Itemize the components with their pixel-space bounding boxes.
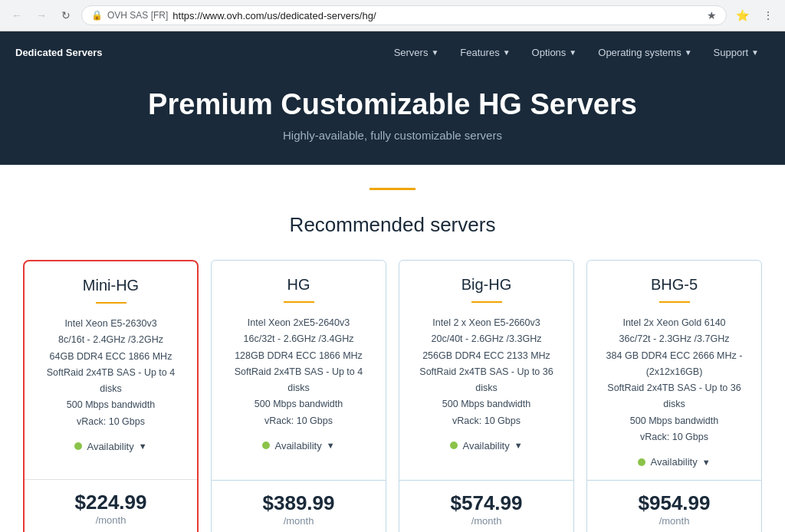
nav-os-label: Operating systems xyxy=(598,47,681,58)
nav-features[interactable]: Features ▼ xyxy=(449,31,521,73)
page-subtitle: Highly-available, fully customizable ser… xyxy=(15,129,770,142)
availability-label: Availability xyxy=(462,440,509,452)
extensions-button[interactable]: ⭐ xyxy=(731,5,753,26)
nav-os[interactable]: Operating systems ▼ xyxy=(587,31,702,73)
nav-servers-label: Servers xyxy=(394,47,429,58)
recommended-title: Recommended servers xyxy=(23,213,762,237)
card-price-section: $954.99 /month xyxy=(587,480,761,532)
card-specs: Intel 2 x Xeon E5-2660v320c/40t - 2.6GHz… xyxy=(412,315,561,429)
chevron-down-icon: ▼ xyxy=(431,48,438,57)
card-divider xyxy=(284,301,314,303)
server-card-big-hg[interactable]: Big-HG Intel 2 x Xeon E5-2660v320c/40t -… xyxy=(399,260,574,532)
card-price: $574.99 xyxy=(412,491,561,515)
card-divider xyxy=(659,301,690,303)
nav-options[interactable]: Options ▼ xyxy=(521,31,588,73)
server-card-mini-hg[interactable]: Mini-HG Intel Xeon E5-2630v38c/16t - 2.4… xyxy=(23,260,199,532)
site-logo: Dedicated Servers xyxy=(15,47,102,58)
decorative-section xyxy=(0,165,785,198)
card-price: $224.99 xyxy=(37,491,185,514)
card-top: Mini-HG Intel Xeon E5-2630v38c/16t - 2.4… xyxy=(25,261,197,479)
nav-features-label: Features xyxy=(460,47,499,58)
availability-dot xyxy=(74,442,82,450)
card-divider xyxy=(471,301,502,303)
card-specs: Intel 2x Xeon Gold 614036c/72t - 2.3GHz … xyxy=(599,315,749,445)
card-top: Big-HG Intel 2 x Xeon E5-2660v320c/40t -… xyxy=(399,261,573,480)
availability-chevron-icon: ▼ xyxy=(139,442,147,451)
availability-dot xyxy=(638,458,645,466)
availability-chevron-icon: ▼ xyxy=(514,441,523,450)
chevron-down-icon: ▼ xyxy=(503,48,511,57)
decorative-line xyxy=(370,188,415,190)
availability-chevron-icon: ▼ xyxy=(702,458,711,467)
page-header: Premium Customizable HG Servers Highly-a… xyxy=(0,73,785,165)
availability-toggle[interactable]: Availability ▼ xyxy=(224,440,373,452)
site-navbar: Dedicated Servers Servers ▼ Features ▼ O… xyxy=(0,31,785,73)
availability-dot xyxy=(262,442,270,449)
menu-button[interactable]: ⋮ xyxy=(757,5,779,26)
server-card-bhg-5[interactable]: BHG-5 Intel 2x Xeon Gold 614036c/72t - 2… xyxy=(586,260,762,532)
url-display: https://www.ovh.com/us/dedicated-servers… xyxy=(172,10,702,21)
nav-buttons: ← → ↻ xyxy=(6,5,77,26)
nav-support[interactable]: Support ▼ xyxy=(703,31,770,73)
card-period: /month xyxy=(37,514,185,526)
site-info: OVH SAS [FR] xyxy=(107,10,168,21)
address-bar[interactable]: 🔒 OVH SAS [FR] https://www.ovh.com/us/de… xyxy=(81,5,727,25)
recommended-section: Recommended servers Mini-HG Intel Xeon E… xyxy=(0,198,785,532)
forward-button[interactable]: → xyxy=(31,5,52,26)
chevron-down-icon: ▼ xyxy=(751,48,759,57)
availability-chevron-icon: ▼ xyxy=(327,441,335,450)
server-card-hg[interactable]: HG Intel Xeon 2xE5-2640v316c/32t - 2.6GH… xyxy=(211,260,386,532)
cards-grid: Mini-HG Intel Xeon E5-2630v38c/16t - 2.4… xyxy=(23,260,762,532)
reload-button[interactable]: ↻ xyxy=(55,5,77,26)
availability-toggle[interactable]: Availability ▼ xyxy=(37,441,185,452)
card-price-section: $389.99 /month xyxy=(212,480,386,532)
card-name: HG xyxy=(224,276,373,294)
card-name: BHG-5 xyxy=(599,276,749,294)
card-price: $954.99 xyxy=(599,491,749,515)
availability-label: Availability xyxy=(650,456,697,468)
availability-label: Availability xyxy=(274,440,321,452)
lock-icon: 🔒 xyxy=(91,10,103,21)
card-period: /month xyxy=(224,515,373,527)
card-price: $389.99 xyxy=(224,491,373,515)
browser-actions: ⭐ ⋮ xyxy=(731,5,779,26)
nav-options-label: Options xyxy=(532,47,567,58)
availability-label: Availability xyxy=(87,441,133,452)
card-divider xyxy=(96,302,126,304)
nav-servers[interactable]: Servers ▼ xyxy=(383,31,450,73)
card-specs: Intel Xeon E5-2630v38c/16t - 2.4GHz /3.2… xyxy=(37,316,185,430)
card-top: HG Intel Xeon 2xE5-2640v316c/32t - 2.6GH… xyxy=(212,261,386,480)
nav-links: Servers ▼ Features ▼ Options ▼ Operating… xyxy=(383,31,770,73)
card-name: Mini-HG xyxy=(37,277,185,294)
browser-chrome: ← → ↻ 🔒 OVH SAS [FR] https://www.ovh.com… xyxy=(0,0,785,31)
card-specs: Intel Xeon 2xE5-2640v316c/32t - 2.6GHz /… xyxy=(224,315,373,429)
back-button[interactable]: ← xyxy=(6,5,28,26)
bookmark-icon[interactable]: ★ xyxy=(707,9,717,21)
card-top: BHG-5 Intel 2x Xeon Gold 614036c/72t - 2… xyxy=(587,261,761,480)
card-price-section: $574.99 /month xyxy=(399,480,573,532)
availability-toggle[interactable]: Availability ▼ xyxy=(412,440,561,452)
page-title: Premium Customizable HG Servers xyxy=(15,88,770,121)
browser-toolbar: ← → ↻ 🔒 OVH SAS [FR] https://www.ovh.com… xyxy=(0,0,785,31)
availability-dot xyxy=(450,442,458,449)
card-price-section: $224.99 /month xyxy=(25,479,197,532)
chevron-down-icon: ▼ xyxy=(569,48,576,57)
nav-support-label: Support xyxy=(714,47,749,58)
card-period: /month xyxy=(412,515,561,527)
availability-toggle[interactable]: Availability ▼ xyxy=(599,456,749,468)
card-period: /month xyxy=(599,515,749,527)
card-name: Big-HG xyxy=(412,276,561,294)
chevron-down-icon: ▼ xyxy=(685,48,692,57)
